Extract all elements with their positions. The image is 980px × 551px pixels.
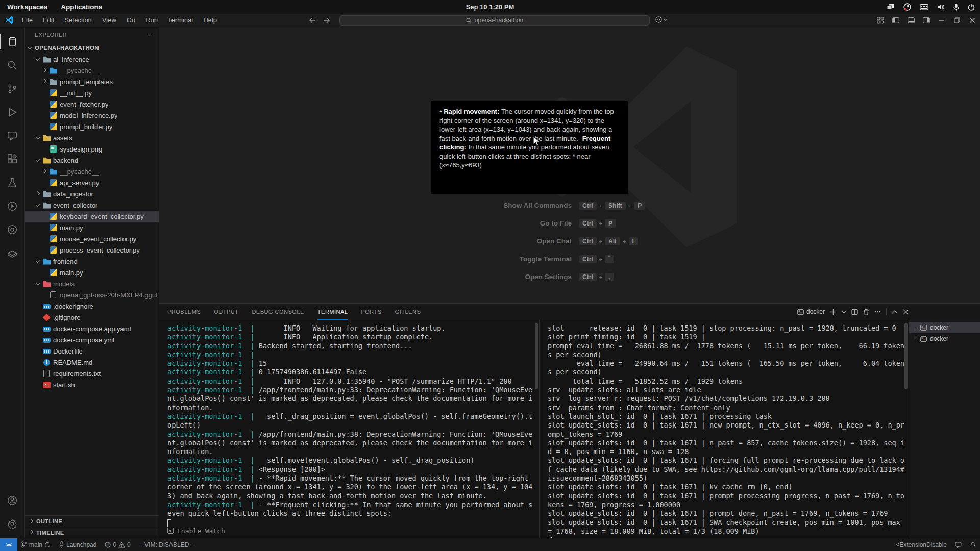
settings-gear-icon[interactable] xyxy=(0,512,24,536)
tree-item[interactable]: prompt_builder.py xyxy=(24,121,159,132)
tree-item[interactable]: prompt_templates xyxy=(24,76,159,87)
accounts-icon[interactable] xyxy=(0,489,24,512)
launchpad-item[interactable]: Launchpad xyxy=(55,538,101,551)
menu-item[interactable]: Run xyxy=(141,15,162,25)
tree-item[interactable]: model_inference.py xyxy=(24,110,159,121)
panel-tab[interactable]: PORTS xyxy=(361,304,381,320)
shortcut-label[interactable]: Open Chat xyxy=(439,237,572,245)
menu-item[interactable]: Edit xyxy=(39,15,58,25)
scrollbar[interactable] xyxy=(904,323,908,389)
shortcut-label[interactable]: Toggle Terminal xyxy=(439,255,572,263)
maximize-panel-icon[interactable] xyxy=(892,310,898,314)
restore-button[interactable] xyxy=(949,14,965,27)
panel-tab[interactable]: PROBLEMS xyxy=(167,304,201,320)
run-circle-icon[interactable] xyxy=(0,194,24,218)
toggle-panel-icon[interactable] xyxy=(903,14,919,27)
tree-item[interactable]: start.sh xyxy=(24,379,159,390)
scrollbar[interactable] xyxy=(535,323,538,389)
tree-item[interactable]: __pycache__ xyxy=(24,166,159,177)
toggle-secondary-sidebar-icon[interactable] xyxy=(919,14,934,27)
tree-item[interactable]: backend xyxy=(24,155,159,166)
panel-tab[interactable]: TERMINAL xyxy=(317,304,348,320)
extension-status-item[interactable]: <ExtensionDisable xyxy=(892,538,951,551)
run-debug-icon[interactable] xyxy=(0,101,24,124)
terminal-list-item[interactable]: ┌ docker xyxy=(909,322,980,333)
tree-item[interactable]: event_fetcher.py xyxy=(24,98,159,110)
tree-item[interactable]: docker-compose.yml xyxy=(24,334,159,345)
tree-item[interactable]: Dockerfile xyxy=(24,345,159,357)
obs-icon[interactable] xyxy=(903,3,911,11)
layout-grid-icon[interactable] xyxy=(873,14,888,27)
tree-item[interactable]: process_event_collector.py xyxy=(24,244,159,256)
sidebar-section-header[interactable]: OUTLINE xyxy=(24,515,159,527)
tree-item[interactable]: mouse_event_collector.py xyxy=(24,233,159,244)
gitlens-icon[interactable] xyxy=(0,218,24,241)
terminal-pane-right[interactable]: slot release: id 0 | task 1519 | stop pr… xyxy=(539,320,909,538)
tree-item[interactable]: models xyxy=(24,278,159,289)
copilot-menu[interactable] xyxy=(655,16,668,23)
docker-extension-icon[interactable] xyxy=(0,241,24,265)
tree-item[interactable]: openai_gpt-oss-20b-MXFP4.gguf xyxy=(24,289,159,300)
power-icon[interactable] xyxy=(968,4,975,11)
command-center-search[interactable]: openai-hackathon xyxy=(339,15,650,26)
shortcut-label[interactable]: Open Settings xyxy=(439,273,572,281)
keyboard-icon[interactable] xyxy=(920,4,928,10)
new-terminal-icon[interactable] xyxy=(830,309,837,315)
notifications-bell-icon[interactable] xyxy=(966,538,980,551)
testing-beaker-icon[interactable] xyxy=(0,171,24,194)
shortcut-label[interactable]: Show All Commands xyxy=(439,202,572,209)
feedback-icon[interactable] xyxy=(951,538,966,551)
terminal-group-selector[interactable]: docker xyxy=(797,308,825,315)
tree-item[interactable]: requirements.txt xyxy=(24,368,159,379)
tree-item[interactable]: .dockerignore xyxy=(24,300,159,312)
terminal-pane-left[interactable]: activity-monitor-1 | INFO Waiting for ap… xyxy=(159,320,539,538)
kill-terminal-icon[interactable] xyxy=(863,309,869,315)
minimize-button[interactable] xyxy=(934,14,949,27)
menu-item[interactable]: Terminal xyxy=(164,15,197,25)
back-icon[interactable] xyxy=(309,17,316,23)
tree-item[interactable]: ai_inference xyxy=(24,54,159,65)
tree-item[interactable]: frontend xyxy=(24,256,159,267)
close-panel-icon[interactable] xyxy=(903,309,909,315)
git-branch-item[interactable]: main xyxy=(17,538,55,551)
forward-icon[interactable] xyxy=(323,17,330,23)
vim-mode-item[interactable]: -- VIM: DISABLED -- xyxy=(135,538,199,551)
menu-item[interactable]: File xyxy=(18,15,37,25)
microphone-icon[interactable] xyxy=(953,4,959,11)
explorer-more-actions[interactable]: ··· xyxy=(146,32,153,38)
toggle-sidebar-icon[interactable] xyxy=(888,14,903,27)
tree-item[interactable]: event_collector xyxy=(24,199,159,211)
tree-item[interactable]: sysdesign.png xyxy=(24,143,159,155)
tree-item[interactable]: main.py xyxy=(24,222,159,233)
sidebar-section-header[interactable]: TIMELINE xyxy=(24,527,159,538)
enable-watch-control[interactable]: Enable Watch xyxy=(167,527,225,535)
chat-icon[interactable] xyxy=(0,124,24,147)
tree-item[interactable]: main.py xyxy=(24,267,159,278)
source-control-icon[interactable] xyxy=(0,77,24,101)
search-sidebar-icon[interactable] xyxy=(0,54,24,77)
panel-tab[interactable]: DEBUG CONSOLE xyxy=(252,304,304,320)
tree-item[interactable]: __pycache__ xyxy=(24,65,159,76)
tree-item[interactable]: assets xyxy=(24,132,159,143)
explorer-icon[interactable] xyxy=(0,30,24,54)
volume-icon[interactable] xyxy=(937,4,945,10)
tree-item[interactable]: docker-compose.app.yaml xyxy=(24,323,159,334)
menu-item[interactable]: Help xyxy=(199,15,221,25)
remote-indicator[interactable]: >< xyxy=(0,538,17,551)
menu-item[interactable]: Selection xyxy=(60,15,95,25)
shortcut-label[interactable]: Go to File xyxy=(439,219,572,227)
tree-item[interactable]: README.md xyxy=(24,357,159,368)
tree-item[interactable]: data_ingestor xyxy=(24,188,159,199)
panel-tab[interactable]: GITLENS xyxy=(395,304,421,320)
tree-item[interactable]: keyboard_event_collector.py xyxy=(24,211,159,222)
menu-item[interactable]: Go xyxy=(122,15,139,25)
split-terminal-icon[interactable] xyxy=(851,309,858,315)
workspace-root-row[interactable]: OPENAI-HACKATHON xyxy=(24,42,159,54)
tree-item[interactable]: .gitignore xyxy=(24,312,159,323)
panel-tab[interactable]: OUTPUT xyxy=(214,304,238,320)
extensions-icon[interactable] xyxy=(0,147,24,171)
os-clock[interactable]: Sep 10 1:20 PM xyxy=(0,3,980,11)
close-button[interactable] xyxy=(965,14,980,27)
terminal-profile-chevron-icon[interactable] xyxy=(842,310,846,314)
terminal-list-item[interactable]: └ docker xyxy=(909,333,980,344)
